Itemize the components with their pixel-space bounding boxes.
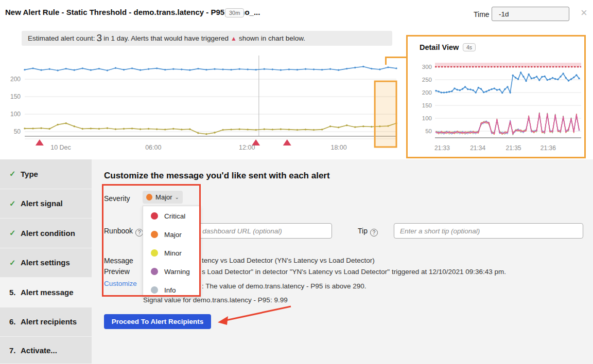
svg-text:100: 100 <box>422 115 432 121</box>
detail-connector-horizontal <box>385 57 408 58</box>
svg-text:150: 150 <box>422 102 432 108</box>
svg-text:50: 50 <box>14 128 21 135</box>
svg-text:10 Dec: 10 Dec <box>50 144 71 151</box>
sidebar-item-alert-condition[interactable]: ✓ Alert condition <box>0 219 92 248</box>
severity-label: Severity <box>104 194 130 203</box>
severity-color-dot <box>146 194 152 201</box>
time-label: Time <box>474 10 490 19</box>
svg-text:18:00: 18:00 <box>330 144 346 151</box>
sidebar-item-alert-recipients[interactable]: 6. Alert recipients <box>0 307 92 337</box>
sidebar-item-label: Type <box>21 170 38 178</box>
severity-option-label: Critical <box>164 212 185 220</box>
banner-text-suffix: shown in chart below. <box>239 34 305 42</box>
severity-color-dot <box>151 249 158 257</box>
severity-dropdown-button[interactable]: Major ⌄ <box>143 191 183 204</box>
overview-chart[interactable]: 5010015020010 Dec06:0012:0018:00 <box>0 51 397 155</box>
sidebar-item-alert-settings[interactable]: ✓ Alert settings <box>0 248 92 278</box>
severity-selected-value: Major <box>155 193 172 201</box>
svg-text:100: 100 <box>10 111 21 118</box>
svg-text:06:00: 06:00 <box>145 144 161 151</box>
close-icon[interactable]: × <box>581 7 587 19</box>
chevron-down-icon: ⌄ <box>175 194 179 200</box>
time-range-input[interactable] <box>492 7 569 21</box>
step-number: 7. <box>9 346 21 355</box>
check-icon: ✓ <box>9 228 21 238</box>
svg-text:200: 200 <box>422 89 432 96</box>
runbook-label-text: Runbook <box>104 227 133 235</box>
svg-text:21:35: 21:35 <box>505 144 521 152</box>
severity-option-label: Minor <box>164 249 182 257</box>
check-icon: ✓ <box>9 169 21 178</box>
severity-dropdown-menu: Critical Major Minor Warning Info <box>143 206 201 297</box>
svg-text:150: 150 <box>10 93 21 100</box>
proceed-to-alert-recipients-button[interactable]: Proceed To Alert Recipients <box>104 314 211 329</box>
svg-text:250: 250 <box>422 77 432 83</box>
page-title: New Alert Rule - Static Threshold - demo… <box>5 8 260 16</box>
customize-link[interactable]: Customize <box>104 280 137 287</box>
banner-text-prefix: Estimated alert count: <box>28 34 95 42</box>
severity-option-info[interactable]: Info <box>143 281 200 299</box>
alert-count-value: 3 <box>97 32 102 44</box>
sidebar-item-label: Alert recipients <box>21 317 77 326</box>
severity-option-label: Major <box>164 231 182 239</box>
svg-text:21:33: 21:33 <box>434 144 450 152</box>
sidebar-item-label: Alert condition <box>21 229 75 238</box>
message-preview-label: Preview <box>104 267 130 276</box>
tip-label: Tip? <box>358 227 378 236</box>
check-icon: ✓ <box>9 199 21 208</box>
severity-color-dot <box>151 212 158 220</box>
severity-color-dot <box>151 268 158 275</box>
sidebar-item-alert-signal[interactable]: ✓ Alert signal <box>0 189 92 219</box>
severity-option-warning[interactable]: Warning <box>143 263 200 280</box>
svg-text:50: 50 <box>425 128 432 134</box>
svg-text:21:34: 21:34 <box>470 144 485 152</box>
preview-line: s Load Detector" in detector "YN's Laten… <box>202 268 506 276</box>
banner-text-middle: in 1 day. Alerts that would have trigger… <box>103 34 229 42</box>
svg-text:300: 300 <box>422 64 432 70</box>
severity-color-dot <box>151 286 158 294</box>
sidebar-item-label: Alert signal <box>21 199 63 208</box>
severity-option-major[interactable]: Major <box>143 226 200 243</box>
section-heading: Customize the message you'd like sent wi… <box>104 171 330 181</box>
detail-view-panel: Detail View 4s 5010015020025030021:3321:… <box>406 35 586 158</box>
sidebar-item-label: Activate... <box>21 346 57 355</box>
severity-option-label: Info <box>164 286 176 294</box>
step-number: 6. <box>9 317 21 326</box>
alert-triangle-icon: ▲ <box>231 35 237 42</box>
sidebar-item-type[interactable]: ✓ Type <box>0 159 92 189</box>
sidebar-item-activate[interactable]: 7. Activate... <box>0 337 92 364</box>
check-icon: ✓ <box>9 258 21 267</box>
resolution-badge: 30m <box>225 8 244 17</box>
severity-option-critical[interactable]: Critical <box>143 207 200 225</box>
severity-color-dot <box>151 231 158 238</box>
severity-option-label: Warning <box>164 268 190 276</box>
svg-text:21:36: 21:36 <box>540 144 556 152</box>
help-icon[interactable]: ? <box>135 229 143 236</box>
severity-option-minor[interactable]: Minor <box>143 244 200 262</box>
estimated-alert-count-banner: Estimated alert count: 3 in 1 day. Alert… <box>22 31 392 46</box>
sidebar-item-label: Alert settings <box>21 258 70 267</box>
sidebar-item-alert-message[interactable]: 5. Alert message <box>0 278 92 307</box>
message-preview-label: Message <box>104 257 133 265</box>
help-icon[interactable]: ? <box>370 229 378 236</box>
detail-chart[interactable]: 5010015020025030021:3321:3421:3521:36 <box>408 37 584 157</box>
preview-line: : The value of demo.trans.latency - P95 … <box>202 282 366 290</box>
svg-text:200: 200 <box>10 76 21 83</box>
svg-text:12:00: 12:00 <box>239 144 255 151</box>
annotation-red-arrow <box>214 303 296 328</box>
sidebar-item-label: Alert message <box>21 288 74 297</box>
tip-input[interactable] <box>394 223 583 239</box>
runbook-label: Runbook? <box>104 227 143 236</box>
preview-line: tency vs Load Detector (YN's Latency vs … <box>202 257 375 264</box>
wizard-step-sidebar: ✓ Type ✓ Alert signal ✓ Alert condition … <box>0 159 92 364</box>
step-number: 5. <box>9 288 21 297</box>
tip-label-text: Tip <box>358 227 368 235</box>
